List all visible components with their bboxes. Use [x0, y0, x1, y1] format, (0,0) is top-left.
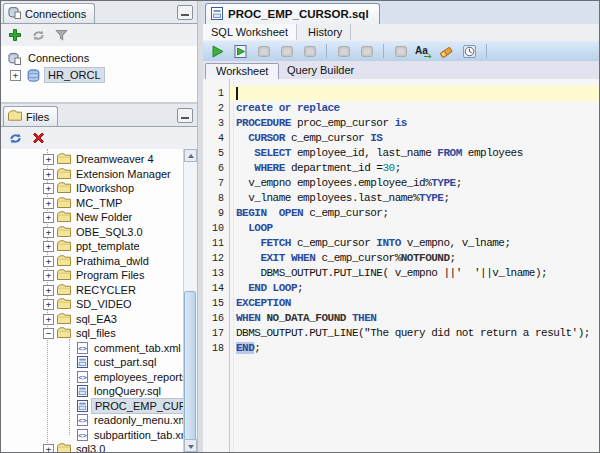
worksheet-querybuilder-tabs: Worksheet Query Builder — [203, 61, 599, 80]
file-tree-item[interactable]: cust_part.sql — [1, 355, 184, 369]
code-line-text: WHERE department_id =30; — [236, 161, 599, 176]
connections-root-node[interactable]: Connections — [1, 51, 197, 65]
tab-history[interactable]: History — [300, 24, 351, 40]
files-folder-icon — [8, 110, 22, 123]
line-number: 3 — [203, 116, 224, 131]
expand-plus-icon[interactable]: + — [43, 270, 54, 281]
expand-plus-icon[interactable]: + — [43, 256, 54, 267]
file-tab-proc-emp-cursor[interactable]: PROC_EMP_CURSOR.sql — [205, 3, 380, 24]
files-panel-tab[interactable]: Files — [3, 106, 58, 126]
code-line-text: END LOOP; — [236, 281, 599, 296]
code-line[interactable]: 12 EXIT WHEN c_emp_cursor%NOTFOUND; — [203, 251, 599, 266]
code-line[interactable]: 3PROCEDURE proc_emp_cursor is — [203, 116, 599, 131]
delete-icon[interactable] — [30, 131, 46, 146]
line-number: 8 — [203, 191, 224, 206]
code-line[interactable]: 18END; — [203, 341, 599, 356]
tree-item-label: SD_VIDEO — [73, 297, 135, 311]
run-statement-icon[interactable] — [209, 44, 226, 59]
tab-sql-worksheet[interactable]: SQL Worksheet — [203, 24, 297, 40]
expand-plus-icon[interactable]: + — [43, 212, 54, 223]
code-line-text: DBMS_OUTPUT.PUT_LINE("The query did not … — [236, 326, 599, 341]
run-script-icon[interactable] — [232, 44, 249, 59]
code-line[interactable]: 17DBMS_OUTPUT.PUT_LINE("The query did no… — [203, 326, 599, 341]
folder-tree-item[interactable]: +New Folder — [1, 210, 184, 224]
file-tree-item[interactable]: <>subpartition_tab.xml — [1, 428, 184, 442]
refresh-icon[interactable] — [7, 131, 23, 146]
folder-tree-item[interactable]: +RECYCLER — [1, 283, 184, 297]
expand-plus-icon[interactable]: + — [43, 183, 54, 194]
svg-text:<>: <> — [78, 416, 88, 425]
tab-worksheet[interactable]: Worksheet — [205, 63, 279, 80]
code-line[interactable]: 11 FETCH c_emp_cursor INTO v_empno, v_ln… — [203, 236, 599, 251]
tree-item-label: cust_part.sql — [91, 355, 159, 369]
folder-tree-item[interactable]: +Prathima_dwld — [1, 254, 184, 268]
folder-tree-item[interactable]: +Dreamweaver 4 — [1, 152, 184, 166]
folder-tree-item[interactable]: +OBE_SQL3.0 — [1, 225, 184, 239]
code-line[interactable]: 4 CURSOR c_emp_cursor IS — [203, 131, 599, 146]
unshared-worksheet-icon — [392, 44, 409, 59]
code-line[interactable]: 10 LOOP — [203, 221, 599, 236]
code-line-text: DBMS_OUTPUT.PUT_LINE( v_empno ||' '||v_l… — [236, 266, 599, 281]
folder-tree-item[interactable]: +IDworkshop — [1, 181, 184, 195]
expand-plus-icon[interactable]: + — [43, 169, 54, 180]
folder-tree-item[interactable]: +sql_EA3 — [1, 312, 184, 326]
expand-plus-icon[interactable]: + — [43, 285, 54, 296]
file-tree-item[interactable]: <>comment_tab.xml — [1, 341, 184, 355]
scroll-up-button[interactable] — [184, 149, 197, 162]
code-line[interactable]: 1 — [203, 86, 599, 101]
code-line[interactable]: 8 v_lname employees.last_name%TYPE; — [203, 191, 599, 206]
files-scrollbar[interactable] — [183, 149, 197, 452]
folder-icon — [57, 226, 71, 240]
line-number: 18 — [203, 341, 224, 356]
code-line-text: BEGIN OPEN c_emp_cursor; — [236, 206, 599, 221]
folder-tree-item[interactable]: −sql_files — [1, 326, 184, 340]
connection-node-hr-orcl[interactable]: + HR_ORCL — [1, 68, 197, 82]
folder-tree-item[interactable]: +MC_TMP — [1, 196, 184, 210]
folder-tree-item[interactable]: +SD_VIDEO — [1, 297, 184, 311]
tree-item-label: readonly_menu.xml — [91, 413, 184, 427]
expand-plus-icon[interactable]: + — [43, 198, 54, 209]
folder-tree-item[interactable]: +Extension Manager — [1, 167, 184, 181]
clear-icon[interactable] — [438, 44, 455, 59]
new-connection-icon[interactable] — [7, 28, 23, 43]
connection-label: HR_ORCL — [44, 67, 105, 83]
history-icon[interactable] — [461, 44, 478, 59]
refresh-icon — [30, 28, 46, 43]
code-line[interactable]: 6 WHERE department_id =30; — [203, 161, 599, 176]
expand-plus-icon[interactable]: + — [10, 70, 21, 81]
expand-plus-icon[interactable]: + — [43, 314, 54, 325]
code-editor[interactable]: 12create or replace3PROCEDURE proc_emp_c… — [203, 79, 599, 452]
connections-panel-tab[interactable]: Connections — [3, 3, 95, 23]
expand-plus-icon[interactable]: + — [43, 299, 54, 310]
folder-icon — [57, 182, 71, 196]
scroll-down-button[interactable] — [184, 439, 197, 452]
folder-tree-item[interactable]: +sql3.0 — [1, 442, 184, 452]
line-number: 7 — [203, 176, 224, 191]
code-line[interactable]: 13 DBMS_OUTPUT.PUT_LINE( v_empno ||' '||… — [203, 266, 599, 281]
expand-plus-icon[interactable]: + — [43, 241, 54, 252]
tab-query-builder[interactable]: Query Builder — [277, 63, 364, 79]
change-case-icon[interactable]: Aa — [415, 44, 432, 59]
expand-plus-icon[interactable]: + — [43, 154, 54, 165]
scrollbar-thumb[interactable] — [184, 291, 196, 453]
minimize-files-button[interactable] — [177, 108, 193, 123]
tree-item-label: New Folder — [73, 210, 135, 224]
file-tree-item[interactable]: <>readonly_menu.xml — [1, 413, 184, 427]
file-tree-item[interactable]: <>employees_reports.s — [1, 370, 184, 384]
code-line[interactable]: 9BEGIN OPEN c_emp_cursor; — [203, 206, 599, 221]
code-line-text: FETCH c_emp_cursor INTO v_empno, v_lname… — [236, 236, 599, 251]
code-line[interactable]: 14 END LOOP; — [203, 281, 599, 296]
file-tree-item[interactable]: PROC_EMP_CURSOR.sql — [1, 399, 184, 413]
code-line[interactable]: 5 SELECT employee_id, last_name FROM emp… — [203, 146, 599, 161]
folder-tree-item[interactable]: +ppt_template — [1, 239, 184, 253]
code-line[interactable]: 15EXCEPTION — [203, 296, 599, 311]
expand-plus-icon[interactable]: + — [43, 444, 54, 452]
collapse-minus-icon[interactable]: − — [43, 328, 54, 339]
file-tree-item[interactable]: longQuery.sql — [1, 384, 184, 398]
folder-tree-item[interactable]: +Program Files — [1, 268, 184, 282]
minimize-connections-button[interactable] — [177, 5, 193, 20]
code-line[interactable]: 16WHEN NO_DATA_FOUND THEN — [203, 311, 599, 326]
code-line[interactable]: 7 v_empno employees.employee_id%TYPE; — [203, 176, 599, 191]
expand-plus-icon[interactable]: + — [43, 227, 54, 238]
code-line[interactable]: 2create or replace — [203, 101, 599, 116]
